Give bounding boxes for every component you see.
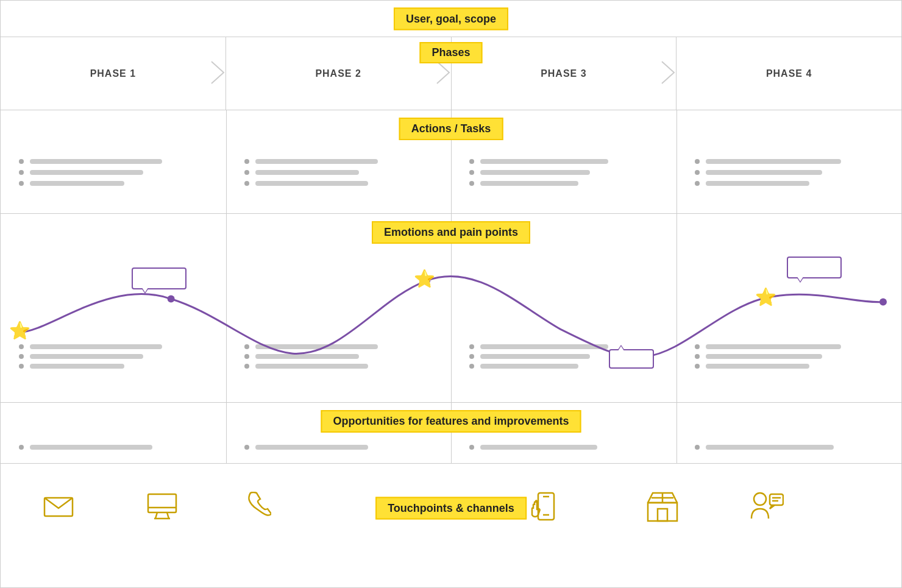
bullet-line <box>19 170 208 175</box>
phase-4: PHASE 4 <box>676 37 901 110</box>
bullet-text <box>255 170 359 175</box>
user-goal-section: User, goal, scope <box>1 1 901 37</box>
bullet-dot <box>469 445 474 450</box>
bullet-text <box>255 445 369 450</box>
bullet-line <box>244 445 433 450</box>
bullet-line <box>19 181 208 186</box>
phase-2: PHASE 2 <box>226 37 452 110</box>
bullet-text <box>30 170 143 175</box>
opportunities-section: Opportunities for features and improveme… <box>1 403 901 464</box>
user-goal-label: User, goal, scope <box>394 7 508 30</box>
opp-col-4 <box>676 445 902 450</box>
touchpoints-label: Touchpoints & channels <box>375 497 527 519</box>
phase-2-arrow <box>435 60 452 87</box>
bullet-dot <box>695 170 700 175</box>
divider-3 <box>676 110 677 213</box>
bullet-line <box>469 445 658 450</box>
curve-dot-1 <box>168 296 175 303</box>
opportunities-label: Opportunities for features and improveme… <box>321 410 581 433</box>
actions-section: Actions / Tasks <box>1 110 901 214</box>
divider-1 <box>226 110 227 213</box>
bullet-dot <box>695 159 700 164</box>
opp-col-2 <box>226 445 452 450</box>
bullet-text <box>255 181 369 186</box>
actions-col-1 <box>1 110 226 213</box>
star-icon-3: ⭐ <box>755 287 776 307</box>
opp-col-1 <box>1 445 226 450</box>
store-icon <box>647 492 678 525</box>
email-icon <box>43 495 74 522</box>
bullet-line <box>244 181 433 186</box>
phone-icon <box>244 492 271 525</box>
star-icon-1: ⭐ <box>9 321 30 341</box>
bullet-text <box>480 159 608 164</box>
bullet-dot <box>19 445 24 450</box>
phase-3-arrow <box>659 60 676 87</box>
bullet-dot <box>469 159 474 164</box>
phase-3-label: PHASE 3 <box>541 68 586 79</box>
bullet-line <box>19 445 208 450</box>
divider-1 <box>226 403 227 463</box>
monitor-icon <box>147 493 177 523</box>
bullet-line <box>469 170 658 175</box>
emotions-label: Emotions and pain points <box>372 221 530 244</box>
bullet-dot <box>244 159 249 164</box>
divider-3 <box>676 403 677 463</box>
svg-line-3 <box>167 512 169 519</box>
bullet-dot <box>19 159 24 164</box>
svg-line-2 <box>155 512 157 519</box>
bullet-dot <box>244 170 249 175</box>
curve-dot-4 <box>879 299 887 306</box>
star-icon-2: ⭐ <box>414 269 435 289</box>
touchpoints-section: Touchpoints & channels <box>1 464 901 552</box>
bullet-dot <box>695 181 700 186</box>
svg-rect-1 <box>148 494 176 512</box>
bullet-line <box>244 170 433 175</box>
bullet-dot <box>19 170 24 175</box>
svg-rect-9 <box>648 503 677 521</box>
actions-col-4 <box>676 110 902 213</box>
bullet-line <box>695 445 884 450</box>
bullet-line <box>469 159 658 164</box>
phase-4-label: PHASE 4 <box>766 68 812 79</box>
bullet-dot <box>244 445 249 450</box>
bullet-text <box>706 159 842 164</box>
bullet-text <box>480 170 590 175</box>
speech-bubble-1 <box>132 267 186 289</box>
journey-map: User, goal, scope Phases PHASE 1 PHASE 2 <box>0 0 902 588</box>
bullet-line <box>695 159 884 164</box>
phase-1: PHASE 1 <box>1 37 226 110</box>
bullet-line <box>695 181 884 186</box>
phase-1-label: PHASE 1 <box>90 68 136 79</box>
svg-rect-15 <box>770 494 783 505</box>
bullet-text <box>480 445 597 450</box>
bullet-text <box>30 159 162 164</box>
speech-bubble-3 <box>609 349 654 369</box>
bullet-line <box>695 170 884 175</box>
bullet-line <box>19 159 208 164</box>
phases-label: Phases <box>419 42 482 63</box>
phase-3: PHASE 3 <box>452 37 677 110</box>
emotions-content: Emotions and pain points ⭐ ⭐ <box>1 214 901 402</box>
bullet-text <box>706 181 809 186</box>
mobile-icon <box>531 492 561 525</box>
bullet-text <box>30 445 152 450</box>
emotions-section: Emotions and pain points ⭐ ⭐ <box>1 214 901 403</box>
person-chat-icon <box>750 492 784 525</box>
phases-section: Phases PHASE 1 PHASE 2 <box>1 37 901 110</box>
bullet-text <box>706 445 834 450</box>
phase-1-arrow <box>209 60 226 87</box>
bullet-dot <box>695 445 700 450</box>
bullet-text <box>706 170 823 175</box>
bullet-line <box>469 181 658 186</box>
bullet-dot <box>19 181 24 186</box>
svg-rect-11 <box>658 509 667 521</box>
bullet-dot <box>469 181 474 186</box>
bullet-text <box>255 159 378 164</box>
phase-2-label: PHASE 2 <box>315 68 361 79</box>
bullet-dot <box>469 170 474 175</box>
bullet-text <box>30 181 124 186</box>
bullet-dot <box>244 181 249 186</box>
speech-bubble-2 <box>787 257 842 278</box>
bullet-line <box>244 159 433 164</box>
